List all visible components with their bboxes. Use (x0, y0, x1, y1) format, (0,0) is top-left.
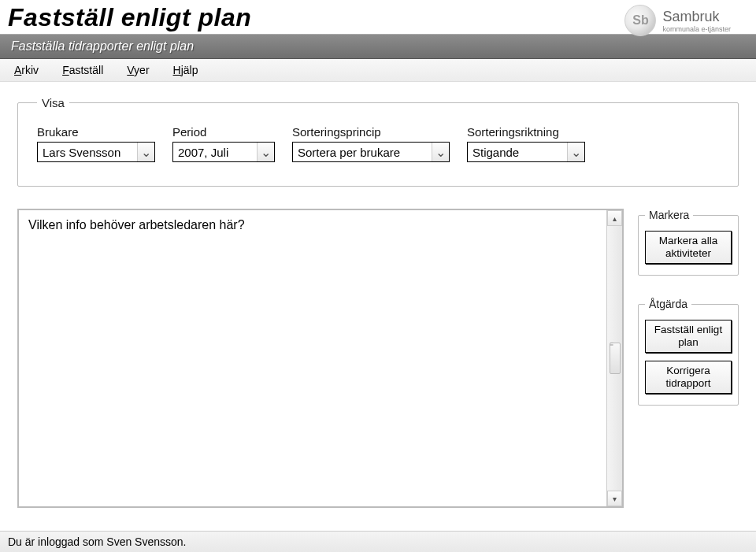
visa-group: Visa Brukare Lars Svensson ⌄ Period 2007… (17, 96, 739, 187)
sorteringsriktning-label: Sorteringsriktning (467, 125, 585, 139)
brand-tagline: kommunala e-tjänster (662, 25, 731, 33)
brand-name: Sambruk (662, 9, 731, 25)
brukare-label: Brukare (37, 125, 155, 139)
brukare-combo[interactable]: Lars Svensson ⌄ (37, 142, 155, 162)
sorteringsprincip-combo[interactable]: Sortera per brukare ⌄ (292, 142, 450, 162)
menu-vyer[interactable]: Vyer (117, 62, 158, 78)
menu-arkiv[interactable]: Arkiv (5, 62, 48, 78)
menubar: Arkiv Fastställ Vyer Hjälp (0, 59, 756, 82)
scroll-thumb[interactable]: ≡ (610, 343, 621, 374)
status-bar: Du är inloggad som Sven Svensson. (0, 531, 756, 552)
scroll-track[interactable]: ≡ (610, 226, 621, 491)
atgarda-group: Åtgärda Fastställ enligt plan Korrigera … (638, 298, 739, 406)
markera-group: Markera Markera alla aktiviteter (638, 209, 739, 276)
vertical-scrollbar[interactable]: ▴ ≡ ▾ (606, 210, 622, 506)
brand-logo: Sb Sambruk kommunala e-tjänster (624, 5, 731, 36)
faststall-button[interactable]: Fastställ enligt plan (645, 320, 732, 353)
period-combo[interactable]: 2007, Juli ⌄ (172, 142, 275, 162)
period-label: Period (172, 125, 275, 139)
chevron-down-icon[interactable]: ⌄ (567, 143, 584, 161)
menu-faststall[interactable]: Fastställ (53, 62, 113, 78)
chevron-down-icon[interactable]: ⌄ (257, 143, 274, 161)
markera-alla-button[interactable]: Markera alla aktiviteter (645, 231, 732, 264)
atgarda-legend: Åtgärda (645, 298, 691, 310)
korrigera-button[interactable]: Korrigera tidrapport (645, 361, 732, 394)
menu-hjalp[interactable]: Hjälp (164, 62, 208, 78)
brand-badge: Sb (624, 5, 656, 36)
brukare-value: Lars Svensson (38, 146, 137, 159)
markera-legend: Markera (645, 209, 693, 221)
sorteringsriktning-value: Stigande (468, 146, 567, 159)
main-content-text: Vilken info behöver arbetsledaren här? (19, 210, 606, 506)
chevron-down-icon[interactable]: ⌄ (137, 143, 154, 161)
scroll-down-arrow-icon[interactable]: ▾ (607, 491, 622, 506)
window-title-bar: Fastställa tidrapporter enligt plan (0, 34, 756, 59)
sorteringsprincip-value: Sortera per brukare (293, 146, 432, 159)
sorteringsprincip-label: Sorteringsprincip (292, 125, 450, 139)
visa-legend: Visa (37, 96, 69, 109)
chevron-down-icon[interactable]: ⌄ (432, 143, 449, 161)
scroll-up-arrow-icon[interactable]: ▴ (607, 210, 622, 226)
sorteringsriktning-combo[interactable]: Stigande ⌄ (467, 142, 585, 162)
main-content-panel: Vilken info behöver arbetsledaren här? ▴… (17, 209, 624, 508)
period-value: 2007, Juli (173, 146, 257, 159)
